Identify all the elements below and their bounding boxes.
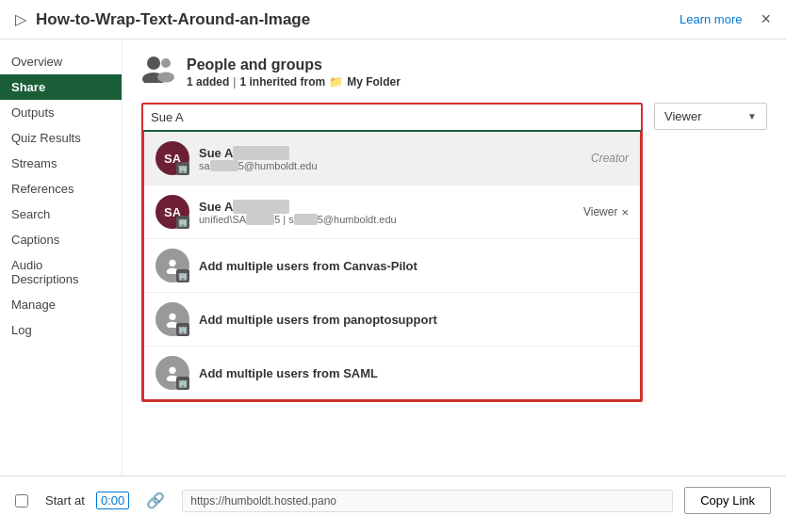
sidebar-item-share[interactable]: Share	[0, 74, 122, 100]
building-icon: 🏢	[178, 165, 188, 173]
link-url: https://humboldt.hosted.pano	[182, 490, 673, 512]
item-info: Add multiple users from SAML	[199, 366, 629, 380]
item-role-creator: Creator	[591, 152, 629, 165]
item-name: Add multiple users from SAML	[199, 366, 629, 380]
avatar: 🏢	[156, 356, 189, 390]
share-section: SA 🏢 Sue A████████ sa████5@humboldt.edu …	[141, 103, 767, 402]
sidebar-item-captions[interactable]: Captions	[0, 227, 122, 252]
avatar-badge: 🏢	[176, 269, 189, 282]
search-input-row	[143, 105, 641, 132]
people-groups-header: People and groups 1 added | 1 inherited …	[141, 55, 767, 89]
list-item[interactable]: 🏢 Add multiple users from SAML	[144, 347, 640, 399]
added-count: 1 added	[187, 75, 229, 89]
list-item[interactable]: 🏢 Add multiple users from panoptosupport	[144, 293, 640, 347]
avatar-badge: 🏢	[176, 216, 189, 229]
folder-name: My Folder	[347, 75, 401, 89]
svg-point-2	[161, 58, 171, 68]
search-input[interactable]	[151, 110, 633, 124]
main-layout: Overview Share Outputs Quiz Results Stre…	[0, 40, 786, 476]
sidebar-item-references[interactable]: References	[0, 176, 122, 202]
people-icon	[141, 55, 175, 89]
sidebar-item-audio-descriptions[interactable]: Audio Descriptions	[0, 252, 122, 292]
learn-more-link[interactable]: Learn more	[680, 12, 742, 26]
svg-point-3	[157, 73, 174, 83]
sidebar-item-streams[interactable]: Streams	[0, 151, 122, 176]
item-detail: unified\SA████5 | s████5@humboldt.edu	[199, 214, 583, 225]
inherited-count: 1 inherited from	[239, 75, 325, 89]
sidebar-item-manage[interactable]: Manage	[0, 292, 122, 317]
building-icon: 🏢	[178, 379, 188, 388]
item-name: Sue A████████	[199, 200, 583, 214]
viewer-dropdown-area: Viewer ▼	[654, 103, 767, 130]
link-icon: 🔗	[146, 492, 165, 509]
close-button[interactable]: ×	[761, 9, 771, 29]
chevron-down-icon: ▼	[747, 111, 757, 121]
avatar-badge: 🏢	[176, 377, 189, 390]
people-groups-subtitle: 1 added | 1 inherited from 📁 My Folder	[187, 75, 401, 89]
people-groups-info: People and groups 1 added | 1 inherited …	[187, 56, 401, 89]
dropdown-list: SA 🏢 Sue A████████ sa████5@humboldt.edu …	[143, 132, 641, 400]
sidebar-item-quiz-results[interactable]: Quiz Results	[0, 125, 122, 151]
sidebar-item-log[interactable]: Log	[0, 317, 122, 343]
svg-point-0	[147, 56, 160, 70]
item-info: Sue A████████ unified\SA████5 | s████5@h…	[199, 200, 583, 225]
content-area: People and groups 1 added | 1 inherited …	[123, 40, 786, 476]
building-icon: 🏢	[178, 218, 188, 227]
svg-point-6	[169, 314, 175, 320]
avatar-badge: 🏢	[176, 323, 189, 336]
sidebar-item-outputs[interactable]: Outputs	[0, 100, 122, 125]
copy-link-button[interactable]: Copy Link	[684, 487, 771, 514]
page-title: How-to-Wrap-Text-Around-an-Image	[36, 10, 680, 29]
building-icon: 🏢	[178, 326, 188, 334]
list-item[interactable]: SA 🏢 Sue A████████ sa████5@humboldt.edu …	[144, 132, 640, 185]
svg-point-8	[169, 367, 175, 374]
svg-point-4	[169, 260, 175, 266]
item-role-viewer: Viewer ×	[583, 205, 629, 219]
viewer-label: Viewer	[664, 109, 702, 123]
sidebar-item-search[interactable]: Search	[0, 202, 122, 227]
search-and-dropdown: SA 🏢 Sue A████████ sa████5@humboldt.edu …	[141, 103, 643, 402]
folder-icon: 📁	[329, 75, 343, 89]
list-item[interactable]: SA 🏢 Sue A████████ unified\SA████5 | s██…	[144, 185, 640, 239]
avatar: SA 🏢	[156, 195, 189, 229]
item-name: Add multiple users from panoptosupport	[199, 313, 629, 327]
avatar: SA 🏢	[156, 141, 189, 175]
item-info: Add multiple users from Canvas-Pilot	[199, 259, 629, 273]
search-box-wrapper: SA 🏢 Sue A████████ sa████5@humboldt.edu …	[141, 103, 643, 402]
remove-viewer-button[interactable]: ×	[621, 205, 629, 219]
item-name: Add multiple users from Canvas-Pilot	[199, 259, 629, 273]
item-info: Add multiple users from panoptosupport	[199, 313, 629, 327]
sidebar-item-overview[interactable]: Overview	[0, 49, 122, 74]
video-icon: ▷	[15, 10, 26, 28]
building-icon: 🏢	[178, 272, 188, 281]
avatar-badge: 🏢	[176, 162, 189, 175]
people-groups-title: People and groups	[187, 56, 401, 73]
avatar: 🏢	[156, 302, 189, 336]
sidebar: Overview Share Outputs Quiz Results Stre…	[0, 40, 123, 476]
bottom-bar: Start at 0:00 🔗 https://humboldt.hosted.…	[0, 476, 786, 524]
viewer-select[interactable]: Viewer ▼	[654, 103, 767, 130]
title-bar: ▷ How-to-Wrap-Text-Around-an-Image Learn…	[0, 0, 786, 40]
start-at-label: Start at	[45, 493, 85, 508]
start-at-checkbox[interactable]	[15, 494, 28, 508]
item-detail: sa████5@humboldt.edu	[199, 160, 591, 171]
avatar: 🏢	[156, 249, 189, 282]
item-info: Sue A████████ sa████5@humboldt.edu	[199, 146, 591, 171]
list-item[interactable]: 🏢 Add multiple users from Canvas-Pilot	[144, 239, 640, 293]
item-name: Sue A████████	[199, 146, 591, 160]
start-at-time[interactable]: 0:00	[96, 492, 129, 509]
